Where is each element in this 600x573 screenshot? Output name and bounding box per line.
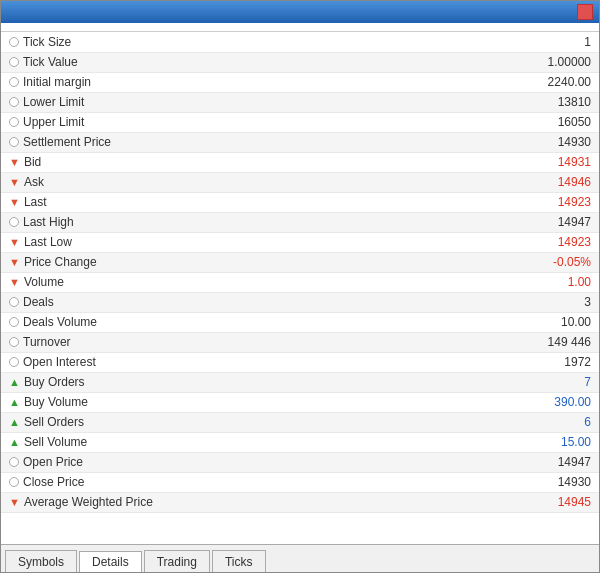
row-value: 10.00 — [360, 312, 599, 332]
table-row: ▲Buy Volume390.00 — [1, 392, 599, 412]
row-value: 14930 — [360, 132, 599, 152]
row-value: 1 — [360, 32, 599, 52]
table-row: Tick Value1.00000 — [1, 52, 599, 72]
table-row: ▲Buy Orders7 — [1, 372, 599, 392]
row-label: Bid — [24, 155, 41, 169]
data-table: Tick Size1Tick Value1.00000Initial margi… — [1, 32, 599, 513]
row-value: 14946 — [360, 172, 599, 192]
table-row: Deals Volume10.00 — [1, 312, 599, 332]
row-label: Price Change — [24, 255, 97, 269]
row-label-cell: ▼Average Weighted Price — [1, 492, 360, 512]
table-row: Turnover149 446 — [1, 332, 599, 352]
title-bar — [1, 1, 599, 23]
table-row: ▼Average Weighted Price14945 — [1, 492, 599, 512]
row-label-cell: ▼Last — [1, 192, 360, 212]
dot-icon — [9, 317, 19, 327]
table-row: Lower Limit13810 — [1, 92, 599, 112]
table-row: ▼Bid14931 — [1, 152, 599, 172]
row-value: 7 — [360, 372, 599, 392]
dot-icon — [9, 297, 19, 307]
row-label-cell: Turnover — [1, 332, 360, 352]
row-label: Upper Limit — [23, 115, 84, 129]
tab-trading[interactable]: Trading — [144, 550, 210, 572]
row-label-cell: ▼Ask — [1, 172, 360, 192]
row-label: Close Price — [23, 475, 84, 489]
instrument-header — [1, 23, 599, 32]
close-button[interactable] — [577, 4, 593, 20]
table-row: Initial margin2240.00 — [1, 72, 599, 92]
arrow-up-icon: ▲ — [9, 437, 20, 448]
row-label-cell: Last High — [1, 212, 360, 232]
row-value: 14945 — [360, 492, 599, 512]
row-label: Tick Value — [23, 55, 78, 69]
row-value: 14947 — [360, 212, 599, 232]
table-row: Open Price14947 — [1, 452, 599, 472]
tab-details[interactable]: Details — [79, 551, 142, 572]
row-label: Ask — [24, 175, 44, 189]
row-label: Deals Volume — [23, 315, 97, 329]
row-label: Buy Volume — [24, 395, 88, 409]
row-value: 1972 — [360, 352, 599, 372]
row-label: Deals — [23, 295, 54, 309]
row-label-cell: ▲Buy Orders — [1, 372, 360, 392]
row-value: 14931 — [360, 152, 599, 172]
row-label-cell: Initial margin — [1, 72, 360, 92]
arrow-down-icon: ▼ — [9, 177, 20, 188]
row-label-cell: ▼Volume — [1, 272, 360, 292]
table-row: Settlement Price14930 — [1, 132, 599, 152]
row-value: -0.05% — [360, 252, 599, 272]
table-row: Close Price14930 — [1, 472, 599, 492]
table-row: ▼Price Change-0.05% — [1, 252, 599, 272]
row-value: 13810 — [360, 92, 599, 112]
tab-ticks[interactable]: Ticks — [212, 550, 266, 572]
arrow-down-icon: ▼ — [9, 497, 20, 508]
row-label: Last Low — [24, 235, 72, 249]
table-row: ▼Ask14946 — [1, 172, 599, 192]
tab-symbols[interactable]: Symbols — [5, 550, 77, 572]
row-label-cell: Close Price — [1, 472, 360, 492]
arrow-up-icon: ▲ — [9, 417, 20, 428]
row-label-cell: Settlement Price — [1, 132, 360, 152]
dot-icon — [9, 337, 19, 347]
tabs-bar: SymbolsDetailsTradingTicks — [1, 544, 599, 572]
table-row: Tick Size1 — [1, 32, 599, 52]
row-label: Average Weighted Price — [24, 495, 153, 509]
row-value: 3 — [360, 292, 599, 312]
row-label-cell: ▼Price Change — [1, 252, 360, 272]
row-value: 390.00 — [360, 392, 599, 412]
arrow-down-icon: ▼ — [9, 157, 20, 168]
row-label: Turnover — [23, 335, 71, 349]
row-value: 6 — [360, 412, 599, 432]
dot-icon — [9, 357, 19, 367]
row-label-cell: Deals Volume — [1, 312, 360, 332]
table-row: ▼Volume1.00 — [1, 272, 599, 292]
row-label-cell: Tick Size — [1, 32, 360, 52]
dot-icon — [9, 117, 19, 127]
arrow-up-icon: ▲ — [9, 397, 20, 408]
table-row: ▲Sell Orders6 — [1, 412, 599, 432]
row-value: 15.00 — [360, 432, 599, 452]
arrow-down-icon: ▼ — [9, 257, 20, 268]
dot-icon — [9, 457, 19, 467]
row-value: 1.00 — [360, 272, 599, 292]
row-value: 14947 — [360, 452, 599, 472]
dot-icon — [9, 477, 19, 487]
row-label-cell: Open Price — [1, 452, 360, 472]
row-label-cell: Deals — [1, 292, 360, 312]
table-row: ▼Last14923 — [1, 192, 599, 212]
dot-icon — [9, 37, 19, 47]
row-label: Open Interest — [23, 355, 96, 369]
dot-icon — [9, 137, 19, 147]
arrow-down-icon: ▼ — [9, 197, 20, 208]
dot-icon — [9, 57, 19, 67]
row-label: Initial margin — [23, 75, 91, 89]
dot-icon — [9, 77, 19, 87]
row-label: Tick Size — [23, 35, 71, 49]
row-label: Last — [24, 195, 47, 209]
row-value: 1.00000 — [360, 52, 599, 72]
row-label-cell: Upper Limit — [1, 112, 360, 132]
row-label: Last High — [23, 215, 74, 229]
row-label-cell: Open Interest — [1, 352, 360, 372]
table-row: Deals3 — [1, 292, 599, 312]
row-value: 2240.00 — [360, 72, 599, 92]
